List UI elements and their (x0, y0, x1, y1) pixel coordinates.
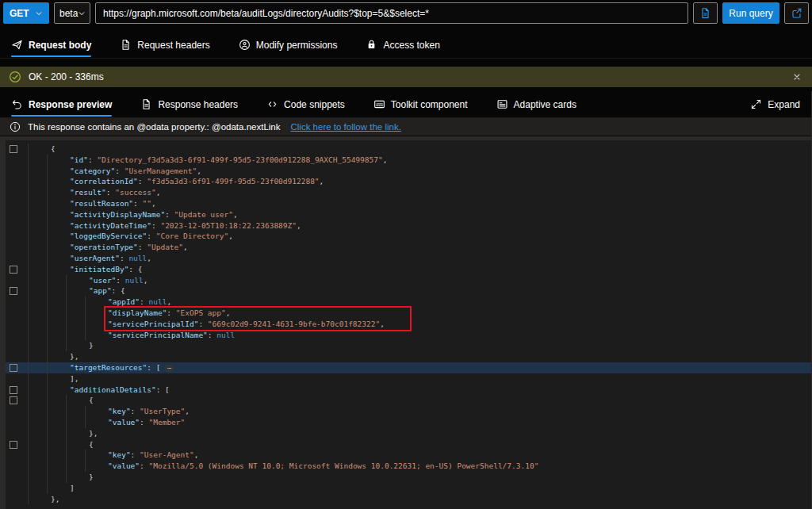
json-punctuation: : [ (156, 385, 170, 394)
json-punctuation: , (297, 221, 301, 230)
share-query-button[interactable] (784, 2, 809, 24)
code-line: { (0, 395, 811, 406)
json-key: "user" (89, 276, 116, 285)
json-punctuation: : { (128, 265, 142, 274)
indent-guide (85, 297, 86, 308)
tab-request-headers[interactable]: Request headers (120, 32, 209, 58)
code-line: "app": { (0, 285, 811, 297)
json-key: "targetResources" (70, 363, 147, 372)
tab-label: Request body (29, 40, 91, 51)
fold-toggle-icon[interactable] (10, 266, 17, 274)
tab-request-body[interactable]: Request body (11, 32, 91, 58)
code-line: { (0, 144, 811, 155)
json-key: "correlationId" (70, 177, 138, 186)
json-key: "initiatedBy" (70, 265, 128, 274)
code-line: "id": "Directory_f3d5a3d3-6f91-499f-95d5… (0, 155, 811, 166)
json-punctuation: { (89, 440, 94, 449)
tab-code-snippets[interactable]: Code snippets (266, 91, 345, 117)
json-punctuation: }, (51, 495, 59, 503)
tab-response-headers[interactable]: Response headers (140, 91, 238, 117)
indent-guide (66, 472, 67, 483)
tab-toolkit-component[interactable]: Toolkit component (373, 91, 468, 117)
indent-guide (66, 285, 67, 297)
json-key: "activityDisplayName" (70, 210, 165, 219)
json-punctuation: : (151, 221, 160, 230)
indent-guide (28, 144, 29, 155)
fold-toggle-icon[interactable] (10, 287, 17, 295)
tab-response-preview[interactable]: Response preview (11, 91, 112, 117)
indent-guide (28, 231, 29, 242)
json-punctuation: , (156, 188, 161, 197)
fold-toggle-icon[interactable] (10, 364, 17, 372)
indent-guide (47, 439, 48, 450)
indent-guide (28, 308, 29, 319)
fold-toggle-icon[interactable] (10, 396, 17, 404)
code-line: "category": "UserManagement", (0, 166, 811, 177)
version-select[interactable]: beta (54, 2, 90, 24)
json-punctuation: , (151, 199, 156, 208)
code-line: "value": "Mozilla/5.0 (Windows NT 10.0; … (0, 461, 811, 472)
json-key: "additionalDetails" (70, 385, 156, 394)
folded-region-ellipsis[interactable]: ⋯ (165, 365, 174, 372)
send-icon (11, 39, 23, 51)
query-url-input[interactable] (95, 2, 688, 24)
editor-left-scrollbar[interactable] (0, 136, 6, 509)
indent-guide (28, 155, 29, 166)
json-punctuation: }, (89, 429, 98, 438)
code-line: "additionalDetails": [ (0, 385, 811, 396)
code-line: "displayName": "ExOPS app", (0, 308, 811, 319)
run-query-button[interactable]: Run query (722, 2, 779, 24)
code-line: "result": "success", (0, 187, 811, 198)
code-line: } (0, 472, 811, 483)
indent-guide (47, 428, 48, 439)
json-punctuation: : (131, 450, 140, 459)
tab-adaptive-cards[interactable]: Adaptive cards (496, 91, 576, 117)
indent-guide (28, 176, 29, 187)
response-preview-editor[interactable]: {"id": "Directory_f3d5a3d3-6f91-499f-95d… (0, 136, 811, 509)
indent-guide (28, 319, 29, 330)
indent-guide (66, 450, 67, 461)
sample-document-button[interactable] (693, 2, 718, 24)
json-punctuation: , (185, 407, 190, 415)
json-null: null (149, 297, 167, 306)
fold-toggle-icon[interactable] (10, 145, 17, 153)
indent-guide (28, 198, 29, 209)
tab-access-token[interactable]: Access token (366, 32, 439, 58)
json-punctuation: : (165, 210, 174, 219)
tab-modify-permissions[interactable]: Modify permissions (239, 32, 338, 58)
indent-guide (28, 253, 29, 264)
follow-nextlink-link[interactable]: Click here to follow the link. (291, 122, 401, 132)
request-bar: GET beta Run query (3, 2, 809, 24)
method-select[interactable]: GET (3, 2, 49, 24)
fold-toggle-icon[interactable] (10, 386, 17, 394)
dismiss-banner-button[interactable] (791, 71, 803, 83)
indent-guide (47, 297, 48, 308)
indent-guide (66, 428, 67, 439)
code-lines: {"id": "Directory_f3d5a3d3-6f91-499f-95d… (0, 144, 811, 504)
notice-text: This response contains an @odata propert… (28, 122, 281, 132)
indent-guide (66, 330, 67, 341)
tab-label: Response preview (29, 99, 112, 110)
json-punctuation: , (144, 276, 148, 285)
json-key: "operationType" (70, 243, 138, 251)
button-expand[interactable]: Expand (750, 91, 800, 117)
json-key: "app" (89, 286, 112, 295)
fold-toggle-icon[interactable] (10, 441, 17, 449)
json-punctuation: , (320, 177, 324, 186)
status-text: OK - 200 - 336ms (29, 71, 104, 82)
indent-guide (28, 330, 29, 341)
success-check-icon (9, 71, 21, 83)
json-punctuation: , (167, 297, 171, 306)
graph-explorer-app: { "request_bar": { "method": "GET", "ver… (0, 0, 812, 509)
code-line: "resultReason": "", (0, 198, 811, 209)
json-punctuation: : (140, 461, 148, 470)
indent-guide (47, 231, 48, 242)
json-key: "value" (108, 461, 140, 470)
document-icon (140, 98, 152, 110)
json-punctuation: : (198, 320, 207, 328)
indent-guide (85, 330, 86, 341)
indent-guide (47, 242, 48, 253)
json-string: "User-Agent" (140, 450, 194, 459)
json-punctuation: : (133, 199, 142, 208)
json-key: "value" (108, 418, 140, 427)
